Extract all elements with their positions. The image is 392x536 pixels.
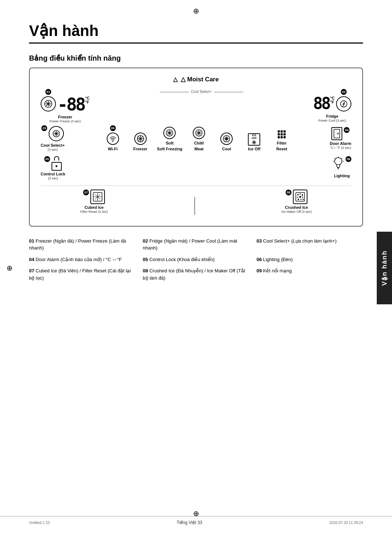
fridge-icon[interactable] — [336, 96, 351, 111]
door-alarm-badge: 04 — [344, 127, 350, 133]
fridge-sub: Power Cool (3 sec) — [318, 119, 346, 123]
legend-item-07: 07 Cubed Ice (Đá Viên) / Filter Reset (C… — [29, 267, 135, 281]
svg-text:*: * — [198, 132, 199, 134]
control-lock-badge: 05 — [44, 156, 50, 162]
cool-select-section: 03 Cool Select+ (3 sec) — [41, 125, 65, 152]
fridge-fahrenheit: °F — [330, 100, 335, 104]
footer-left: Untitled-1 33 — [29, 521, 50, 525]
control-panel: △ Moist Care 01 — [29, 68, 363, 227]
filter-reset-label: Reset — [276, 147, 287, 151]
legend-item-08: 08 Crushed Ice (Đá Nhuyễn) / Ice Maker O… — [143, 267, 249, 281]
soft-freezing-section: Soft Soft Freezing — [157, 126, 183, 151]
control-lock-icon[interactable] — [52, 156, 62, 171]
svg-point-12 — [112, 141, 113, 142]
cool-select-icon[interactable] — [49, 126, 64, 141]
side-tab-text: Vận hành — [380, 250, 388, 286]
lock-lighting-row: 05 Control Lock (3 sec) — [41, 156, 351, 180]
door-alarm-label: Door Alarm — [330, 141, 352, 146]
soft-freezing-icon[interactable] — [163, 127, 176, 139]
moist-care-icon: △ — [181, 76, 185, 83]
compass-left: ⊕ — [7, 264, 13, 272]
bottom-ice-row: 07 Cubed Ice Filter Reset (3 sec) — [41, 186, 351, 215]
crushed-ice-label: Crushed Ice — [285, 205, 308, 210]
legend-item-09: 09 Kết nối mạng — [257, 267, 363, 281]
svg-point-58 — [298, 199, 299, 200]
freezer-icon[interactable] — [41, 96, 56, 111]
cool-label: Cool — [222, 147, 231, 151]
title-divider — [29, 42, 363, 44]
legend-num-06: 06 — [257, 257, 262, 262]
center-buttons: 09 Wi-Fi — [65, 125, 330, 151]
panel-top-row: 01 -88 — [41, 89, 351, 123]
off-text: OFF — [252, 137, 257, 139]
crushed-ice-icon[interactable] — [293, 190, 307, 204]
cubed-ice-badge: 07 — [83, 190, 89, 195]
moist-care-text: Moist Care — [187, 76, 219, 83]
control-lock-section: 05 Control Lock (3 sec) — [41, 156, 65, 180]
cool-select-sub: (3 sec) — [48, 148, 58, 152]
door-alarm-section: 04 Door Alarm °C↔°F (3 sec) — [330, 127, 352, 150]
legend-num-01: 01 — [29, 238, 34, 244]
middle-row: 03 Cool Select+ (3 sec) — [41, 125, 351, 152]
svg-point-59 — [300, 199, 301, 200]
legend-num-08: 08 — [143, 268, 148, 273]
cool-select-label: Cool Select+ — [41, 143, 65, 148]
page-title: Vận hành — [29, 22, 363, 40]
ice-off-icon[interactable]: ICE OFF — [248, 133, 260, 146]
svg-point-55 — [297, 196, 298, 198]
freezer-btn-section: Freezer — [130, 132, 151, 151]
svg-point-57 — [302, 196, 303, 198]
chill-meat-icon[interactable]: * — [193, 127, 205, 139]
ice-text: ICE — [252, 134, 256, 137]
wifi-icon[interactable] — [107, 133, 119, 145]
control-lock-label: Control Lock — [41, 172, 65, 176]
chill-meat-section: * Chill/ Meat — [188, 126, 210, 151]
svg-point-56 — [299, 196, 301, 198]
lighting-label: Lighting — [334, 174, 350, 178]
cubed-ice-icon[interactable] — [90, 190, 105, 204]
fridge-section: 88 °C °F 02 — [313, 89, 351, 123]
svg-point-60 — [302, 199, 304, 200]
legend-num-02: 02 — [143, 238, 148, 244]
cool-select-line-text: Cool Select+ — [191, 90, 212, 94]
svg-point-54 — [302, 194, 303, 196]
svg-point-42 — [335, 158, 342, 165]
cubed-ice-label: Cubed Ice — [85, 205, 104, 210]
crushed-ice-badge: 08 — [286, 190, 291, 195]
legend-section: 01 Freezer (Ngăn đá) / Power Freeze (Làm… — [29, 237, 363, 282]
lighting-section: 06 Lighting — [332, 156, 351, 178]
legend-num-04: 04 — [29, 257, 34, 262]
legend-num-03: 03 — [257, 238, 262, 244]
chill-meat-label: Chill/ — [194, 141, 204, 146]
freezer-badge: 01 — [45, 89, 51, 95]
cubed-ice-sub: Filter Reset (3 sec) — [80, 210, 108, 214]
moist-care-label: △ Moist Care — [41, 76, 351, 83]
legend-num-05: 05 — [143, 257, 148, 262]
crushed-ice-section: 08 — [281, 190, 312, 214]
chill-meat-label2: Meat — [195, 147, 204, 151]
fridge-badge: 02 — [341, 89, 347, 95]
svg-point-52 — [297, 194, 299, 195]
freezer-section: 01 -88 — [41, 89, 90, 123]
lighting-badge: 06 — [346, 156, 351, 162]
legend-item-01: 01 Freezer (Ngăn đá) / Power Freeze (Làm… — [29, 237, 135, 252]
freezer-btn-icon[interactable] — [134, 133, 147, 145]
wifi-badge: 09 — [110, 125, 116, 131]
legend-item-04: 04 Door Alarm (Cảnh báo cửa mở) / °C ↔°F — [29, 256, 135, 263]
door-alarm-icon[interactable] — [331, 127, 342, 140]
cool-select-badge: 03 — [41, 125, 47, 131]
lighting-icon[interactable] — [332, 156, 344, 172]
legend-item-06: 06 Lighting (Đèn) — [257, 256, 363, 263]
compass-top: ⊕ — [193, 7, 199, 15]
wifi-section: 09 Wi-Fi — [102, 125, 124, 151]
soft-freezing-label2: Soft Freezing — [157, 147, 183, 151]
legend-num-09: 09 — [257, 268, 262, 273]
footer-right: 2016-07-20 11:39:24 — [329, 521, 363, 525]
freezer-sub: Power Freeze (3 sec) — [50, 119, 81, 123]
legend-num-07: 07 — [29, 268, 34, 273]
svg-line-48 — [334, 158, 335, 159]
ice-off-label: Ice Off — [248, 147, 260, 151]
cool-icon[interactable] — [220, 133, 233, 145]
fridge-display: 88 — [313, 96, 330, 111]
filter-icon[interactable] — [278, 129, 286, 140]
